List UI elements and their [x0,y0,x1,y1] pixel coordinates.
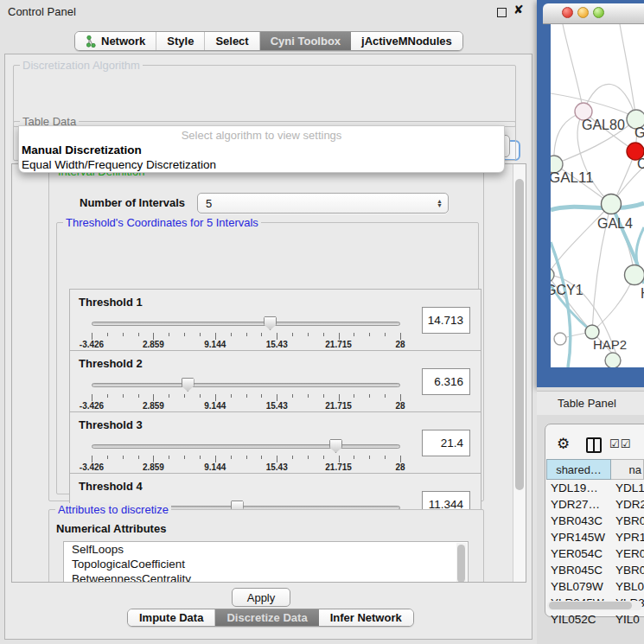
tab-infer-network[interactable]: Infer Network [319,609,413,626]
threshold-slider[interactable]: -3.4262.8599.14415.4321.71528 [92,377,400,411]
cell-shared-name: YDL19… [546,480,611,496]
slider-track[interactable] [92,383,400,387]
network-edge[interactable] [620,24,636,119]
top-tab-bar: NetworkStyleSelectCyni ToolboxjActiveMNo… [74,31,463,51]
slider-tick-labels: -3.4262.8599.14415.4321.71528 [92,340,400,350]
cell-name: YPR1 [611,529,644,545]
cell-shared-name: YER054C [546,545,611,562]
cell-shared-name: YDR27… [546,496,611,513]
cell-name: YIL0 [611,611,644,628]
slider-thumb-icon[interactable] [329,439,342,453]
control-panel: Control Panel ✘ NetworkStyleSelectCyni T… [0,0,537,644]
threshold-slider[interactable]: -3.4262.8599.14415.4321.71528 [92,438,400,473]
node-label: GAL4 [597,216,633,231]
tab-jactivemnodules[interactable]: jActiveMNodules [351,32,462,50]
threshold-row: Threshold 1-3.4262.8599.14415.4321.71528… [69,289,481,351]
algorithm-dropdown-popup: Select algorithm to view settings Manual… [18,125,505,173]
table-row[interactable]: YDR27…YDR2 [546,496,644,513]
slider-ticks [92,394,400,401]
tab-style[interactable]: Style [156,32,205,50]
cell-shared-name: YPR145W [546,529,611,545]
table-row[interactable]: YBL079WYBL0 [546,578,644,595]
threshold-value-field[interactable]: 14.713 [422,307,470,334]
threshold-row: Threshold 3-3.4262.8599.14415.4321.71528… [69,411,481,474]
cell-name: YER0 [611,545,644,562]
cell-name: YBR0 [611,513,644,529]
tab-discretize-data[interactable]: Discretize Data [215,609,318,626]
mac-minimize-icon[interactable] [577,7,589,18]
algorithm-option-manual[interactable]: Manual Discretization [22,143,142,156]
network-node[interactable] [605,353,621,367]
slider-ticks [92,456,400,462]
tab-network[interactable]: Network [75,32,156,50]
node-label: GAL80 [582,118,625,132]
threshold-slider[interactable]: -3.4262.8599.14415.4321.71528 [92,316,400,350]
attribute-list-item[interactable]: BetweennessCentrality [64,571,468,583]
table-row[interactable]: YBR043CYBR0 [546,513,644,529]
attribute-list-item[interactable]: SelfLoops [64,542,468,557]
node-label: GA [634,125,644,140]
network-edge[interactable] [563,24,583,112]
tab-impute-data[interactable]: Impute Data [128,609,215,626]
slider-tick-labels: -3.4262.8599.14415.4321.71528 [92,462,400,473]
mac-close-icon[interactable] [562,7,573,18]
checkbox-icons[interactable]: ☑☑ [609,437,631,450]
network-node[interactable] [554,333,566,345]
discretization-algorithm-group: Discretization Algorithm [13,65,516,127]
tab-label: Style [167,35,194,48]
node-label: HAP2 [593,337,627,352]
cell-name: YDR2 [611,496,644,513]
tab-cyni-toolbox[interactable]: Cyni Toolbox [260,32,351,50]
close-icon[interactable]: ✘ [513,3,524,16]
slider-thumb-icon[interactable] [182,378,194,392]
tab-label: Cyni Toolbox [271,35,341,48]
network-node-h[interactable] [625,265,644,285]
split-column-icon[interactable] [586,437,602,453]
cell-shared-name: YBR045C [546,562,611,578]
settings-scroll-area: Interval Definition Number of Intervals … [11,163,526,583]
table-horizontal-scrollbar[interactable] [547,601,642,610]
tab-label: Network [101,35,145,48]
column-header-shared[interactable]: shared… [546,459,611,480]
network-edge[interactable] [551,203,644,210]
slider-track[interactable] [92,444,400,449]
algorithm-option-equal-width[interactable]: Equal Width/Frequency Discretization [22,158,216,171]
slider-track[interactable] [92,322,400,326]
cell-shared-name: YIL052C [546,611,611,628]
attribute-list-item[interactable]: TopologicalCoefficient [64,557,468,571]
tab-select[interactable]: Select [205,32,259,50]
network-node-gcy1[interactable] [551,268,554,282]
table-row[interactable]: YDL19…YDL1 [546,480,644,496]
column-header-name[interactable]: na [611,459,644,480]
gear-icon[interactable]: ⚙ [557,435,570,453]
table-row[interactable]: YER054CYER0 [546,545,644,562]
thresholds-group-title: Threshold's Coordinates for 5 Intervals [63,216,261,229]
cell-shared-name: YBL079W [546,578,611,595]
threshold-label: Threshold 2 [79,357,143,370]
mac-zoom-icon[interactable] [593,7,604,18]
slider-thumb-icon[interactable] [264,316,277,330]
numerical-attributes-list[interactable]: SelfLoopsTopologicalCoefficientBetweenne… [63,541,469,583]
table-row[interactable]: YIL052CYIL0 [546,611,644,628]
apply-button[interactable]: Apply [232,588,290,607]
node-label: GAL11 [551,169,594,186]
threshold-value-field[interactable]: 6.316 [422,368,470,395]
node-label: GCY1 [551,283,583,297]
number-of-intervals-combobox[interactable]: 5 ▲▼ [197,193,449,214]
cell-name: YDL1 [611,480,644,496]
network-edge[interactable] [551,242,571,367]
network-node-gal4[interactable] [602,194,622,214]
network-canvas[interactable]: GAL80GACGAL11GAL4GCY1HHAP2 [551,24,644,367]
threshold-value-field[interactable]: 21.4 [422,430,470,456]
bottom-tab-bar: Impute DataDiscretize DataInfer Network [127,609,414,627]
threshold-label: Threshold 3 [79,418,143,431]
float-window-icon[interactable] [497,8,507,17]
table-row[interactable]: YBR045CYBR0 [546,562,644,578]
attributes-list-scrollbar[interactable] [456,543,467,583]
node-label: H [641,286,644,301]
number-of-intervals-label: Number of Intervals [80,196,185,209]
tab-label: Select [215,35,248,48]
slider-tick-labels: -3.4262.8599.14415.4321.71528 [92,401,400,411]
table-row[interactable]: YPR145WYPR1 [546,529,644,545]
settings-vertical-scrollbar[interactable] [513,164,526,582]
